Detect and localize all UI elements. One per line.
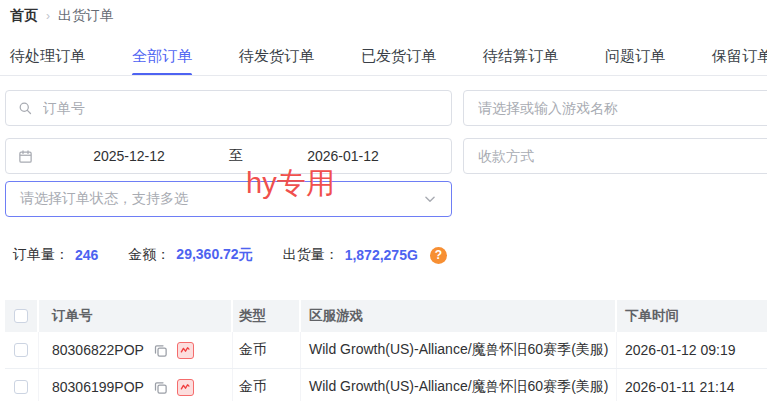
breadcrumb-current: 出货订单 <box>58 7 114 25</box>
header-order-no: 订单号 <box>39 300 233 332</box>
order-time-value: 2026-01-12 09:19 <box>617 332 767 368</box>
order-status-multiselect[interactable]: 请选择订单状态，支持多选 <box>5 181 452 217</box>
shipment-value: 1,872,275G <box>345 247 418 263</box>
table-header-row: 订单号 类型 区服游戏 下单时间 <box>5 300 767 332</box>
red-chart-icon[interactable] <box>177 379 194 396</box>
order-management-page: 首页 › 出货订单 待处理订单 全部订单 待发货订单 已发货订单 待结算订单 问… <box>0 0 767 401</box>
order-status-placeholder: 请选择订单状态，支持多选 <box>20 190 188 208</box>
header-type: 类型 <box>233 300 301 332</box>
row-checkbox[interactable] <box>14 343 28 357</box>
game-server-value: Wild Growth(US)-Alliance/魔兽怀旧60赛季(美服) <box>301 369 617 401</box>
amount-value: 29,360.72元 <box>176 246 252 264</box>
game-server-value: Wild Growth(US)-Alliance/魔兽怀旧60赛季(美服) <box>301 332 617 368</box>
tab-shipped[interactable]: 已发货订单 <box>361 44 436 75</box>
order-no-value: 80306822POP <box>52 342 144 358</box>
tab-to-settle[interactable]: 待结算订单 <box>483 44 558 75</box>
date-start-value[interactable]: 2025-12-12 <box>33 148 225 164</box>
date-range-picker[interactable]: 2025-12-12 至 2026-01-12 <box>5 138 452 174</box>
order-no-value: 80306199POP <box>52 379 144 395</box>
header-game: 区服游戏 <box>301 300 617 332</box>
order-count-value: 246 <box>75 247 98 263</box>
row-checkbox[interactable] <box>14 380 28 394</box>
tab-reserved[interactable]: 保留订单 <box>712 44 767 75</box>
stat-order-count: 订单量： 246 <box>13 246 98 264</box>
copy-icon[interactable] <box>153 343 168 358</box>
payment-method-input[interactable] <box>476 147 762 165</box>
table-row: 80306199POP 金币 Wild Growth(US)-Alliance/… <box>5 369 767 401</box>
calendar-icon <box>18 149 33 164</box>
game-name-input[interactable] <box>476 99 762 117</box>
orders-table: 订单号 类型 区服游戏 下单时间 80306822POP 金币 Wild Gro… <box>5 300 767 401</box>
tabs-divider <box>0 75 767 76</box>
tab-pending[interactable]: 待处理订单 <box>10 44 85 75</box>
breadcrumb-separator-icon: › <box>46 9 50 23</box>
summary-stats: 订单量： 246 金额： 29,360.72元 出货量： 1,872,275G … <box>13 246 447 264</box>
order-tabs: 待处理订单 全部订单 待发货订单 已发货订单 待结算订单 问题订单 保留订单 <box>10 44 767 75</box>
header-time: 下单时间 <box>617 300 767 332</box>
order-type-value: 金币 <box>233 332 301 368</box>
table-row: 80306822POP 金币 Wild Growth(US)-Alliance/… <box>5 332 767 369</box>
breadcrumb-home[interactable]: 首页 <box>10 7 38 25</box>
tab-all[interactable]: 全部订单 <box>132 44 192 75</box>
chevron-down-icon[interactable] <box>423 192 437 206</box>
order-type-value: 金币 <box>233 369 301 401</box>
order-time-value: 2026-01-11 21:14 <box>617 369 767 401</box>
payment-method-select-box[interactable] <box>463 138 767 174</box>
copy-icon[interactable] <box>153 380 168 395</box>
order-no-input[interactable] <box>41 99 439 117</box>
select-all-checkbox[interactable] <box>14 309 28 323</box>
date-range-separator: 至 <box>225 147 247 165</box>
order-no-search-box[interactable] <box>5 90 452 126</box>
search-icon <box>18 101 33 116</box>
tab-problem[interactable]: 问题订单 <box>605 44 665 75</box>
stat-amount: 金额： 29,360.72元 <box>128 246 252 264</box>
game-name-select-box[interactable] <box>463 90 767 126</box>
breadcrumb: 首页 › 出货订单 <box>10 7 114 25</box>
date-end-value[interactable]: 2026-01-12 <box>247 148 439 164</box>
help-icon[interactable]: ? <box>430 247 447 264</box>
red-chart-icon[interactable] <box>177 342 194 359</box>
stat-shipment: 出货量： 1,872,275G <box>283 246 418 264</box>
hy-annotation-text: hy专用 <box>246 166 335 200</box>
tab-to-ship[interactable]: 待发货订单 <box>239 44 314 75</box>
